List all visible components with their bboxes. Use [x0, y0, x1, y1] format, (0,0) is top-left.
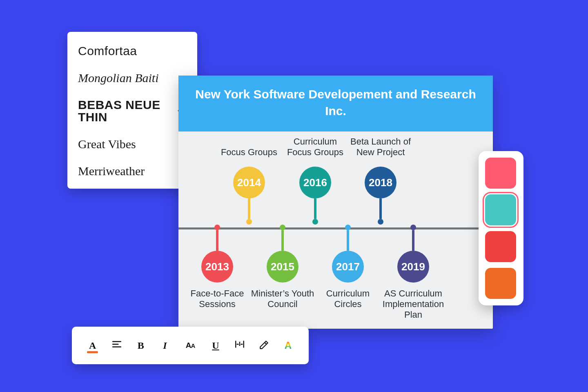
bold-icon: B: [138, 340, 144, 351]
event-stem: [216, 230, 218, 251]
event-stem: [248, 198, 250, 219]
event-year-bubble: 2017: [332, 251, 364, 283]
event-year-bubble: 2018: [365, 167, 396, 198]
svg-text:I: I: [238, 341, 241, 347]
font-sample: Merriweather: [78, 165, 145, 177]
text-case-button[interactable]: AA: [183, 339, 198, 352]
event-dot: [214, 225, 220, 230]
font-picker-panel: ComfortaaMongolian BaitiBEBAS NEUE THING…: [67, 32, 197, 189]
text-color-button[interactable]: A: [281, 339, 295, 352]
event-year-bubble: 2019: [397, 251, 429, 283]
event-stem: [314, 198, 316, 219]
canvas-title: New York Software Developement and Resea…: [178, 76, 493, 131]
text-format-toolbar: A B I AA U I: [72, 327, 309, 364]
timeline-event-2016[interactable]: Curriculum Focus Groups2016: [281, 136, 350, 225]
underline-button[interactable]: U: [209, 339, 222, 352]
align-icon: [111, 339, 122, 352]
event-label: Beta Launch of New Project: [346, 136, 415, 158]
text-case-icon: AA: [186, 341, 195, 350]
event-label: Face-to-Face Sessions: [183, 288, 252, 310]
timeline-event-2015[interactable]: 2015Minister’s Youth Council: [248, 225, 317, 310]
event-dot: [280, 225, 285, 230]
align-button[interactable]: [110, 339, 123, 352]
font-option-comfortaa[interactable]: Comfortaa: [67, 38, 197, 65]
event-label: Minister’s Youth Council: [248, 288, 317, 310]
font-color-button[interactable]: A: [86, 339, 99, 352]
timeline-event-2018[interactable]: Beta Launch of New Project2018: [346, 136, 415, 225]
event-label: Curriculum Focus Groups: [281, 136, 350, 158]
font-option-mongolian-baiti[interactable]: Mongolian Baiti: [67, 65, 197, 91]
color-swatch[interactable]: [485, 194, 516, 225]
event-dot: [410, 225, 416, 230]
event-label: Curriculum Circles: [313, 288, 383, 310]
rainbow-a-icon: A: [285, 340, 292, 351]
letter-spacing-icon: I: [234, 339, 245, 352]
event-label: Focus Groups: [214, 136, 284, 158]
underline-icon: U: [212, 340, 219, 351]
event-stem: [281, 230, 284, 251]
color-palette-panel: [479, 151, 523, 305]
event-year-bubble: 2014: [233, 167, 265, 198]
font-sample: Mongolian Baiti: [78, 72, 159, 84]
event-year-bubble: 2013: [201, 251, 233, 283]
font-option-merriweather[interactable]: Merriweather: [67, 158, 197, 185]
font-sample: Great Vibes: [78, 138, 136, 150]
font-sample: BEBAS NEUE THIN: [78, 99, 177, 123]
event-year-bubble: 2016: [299, 167, 331, 198]
timeline-area: 2013Face-to-Face SessionsFocus Groups201…: [178, 131, 493, 336]
timeline-canvas: New York Software Developement and Resea…: [178, 76, 493, 329]
letter-spacing-button[interactable]: I: [233, 339, 247, 352]
color-underline-icon: [87, 351, 98, 353]
bold-button[interactable]: B: [134, 339, 147, 352]
color-swatch[interactable]: [485, 158, 516, 189]
event-stem: [379, 198, 382, 219]
event-dot: [345, 225, 351, 230]
font-sample: Comfortaa: [78, 45, 137, 57]
timeline-event-2014[interactable]: Focus Groups2014: [214, 136, 284, 225]
italic-button[interactable]: I: [158, 339, 172, 352]
event-year-bubble: 2015: [267, 251, 298, 283]
color-swatch[interactable]: [485, 268, 516, 299]
highlight-icon: [258, 339, 269, 352]
event-stem: [347, 230, 349, 251]
event-label: AS Curriculum Implementation Plan: [379, 288, 448, 320]
event-dot: [312, 219, 318, 225]
letter-a-icon: A: [89, 340, 96, 351]
timeline-event-2019[interactable]: 2019AS Curriculum Implementation Plan: [379, 225, 448, 320]
timeline-event-2013[interactable]: 2013Face-to-Face Sessions: [183, 225, 252, 310]
font-option-great-vibes[interactable]: Great Vibes: [67, 131, 197, 158]
highlight-button[interactable]: [257, 339, 271, 352]
color-swatch[interactable]: [485, 231, 516, 262]
timeline-event-2017[interactable]: 2017Curriculum Circles: [313, 225, 383, 310]
font-option-bebas-neue-thin[interactable]: BEBAS NEUE THIN: [67, 91, 197, 131]
event-stem: [412, 230, 414, 251]
event-dot: [378, 219, 383, 225]
italic-icon: I: [163, 340, 167, 351]
event-dot: [246, 219, 252, 225]
